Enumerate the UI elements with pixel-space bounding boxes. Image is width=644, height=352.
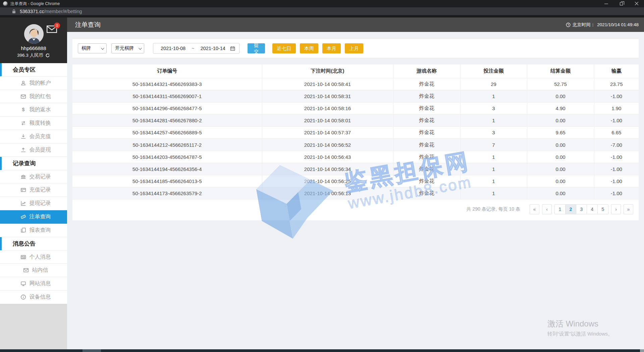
minimize-button[interactable] bbox=[599, 0, 614, 7]
win-loss-cell: -1.00 bbox=[594, 163, 639, 175]
sidebar-item-label: 会员充值 bbox=[30, 133, 51, 140]
sidebar-item-dollar[interactable]: $我的返水 bbox=[0, 103, 67, 117]
url-text[interactable]: 5363371.cc/member/#/betting bbox=[20, 9, 82, 14]
bet-time-cell: 2021-10-14 00:56:52 bbox=[262, 139, 393, 151]
quick-filter-button[interactable]: 上月 bbox=[345, 43, 363, 53]
dollar-icon: $ bbox=[20, 107, 26, 113]
sidebar-item-monitor[interactable]: 网站消息 bbox=[0, 277, 67, 291]
win-loss-cell: 1.90 bbox=[594, 102, 639, 114]
column-header: 输赢 bbox=[594, 64, 639, 78]
game-name-cell: 炸金花 bbox=[393, 139, 460, 151]
windows-activation-notice: 激活 Windows 转到“设置”以激活 Windows。 bbox=[547, 318, 613, 337]
game-name-cell: 炸金花 bbox=[393, 90, 460, 102]
order-id-cell: 50-1634144194-4566264356-4 bbox=[72, 163, 262, 175]
sidebar-item-withdraw[interactable]: 会员提现 bbox=[0, 143, 67, 157]
page-button-1[interactable]: 1 bbox=[554, 204, 566, 214]
date-range-input[interactable]: 2021-10-08 ~ 2021-10-14 bbox=[153, 43, 239, 54]
sidebar-item-label: 充值记录 bbox=[30, 186, 51, 193]
quick-filter-button[interactable]: 本月 bbox=[322, 43, 341, 53]
date-from-value: 2021-10-08 bbox=[161, 46, 185, 51]
clock-icon bbox=[566, 23, 571, 27]
prev-page-button[interactable]: ‹ bbox=[542, 204, 552, 214]
settle-amount-cell: 9.65 bbox=[527, 127, 594, 139]
section-label: 记录查询 bbox=[0, 160, 36, 167]
win-loss-cell: -1.00 bbox=[594, 115, 639, 127]
taskbar-strip bbox=[0, 349, 644, 352]
taskbar-segment bbox=[640, 349, 644, 352]
url-path: /member/#/betting bbox=[44, 9, 82, 14]
sidebar-item-redpacket[interactable]: 我的红包 bbox=[0, 90, 67, 103]
time-value: 2021/10/14 01:49:48 bbox=[597, 22, 639, 27]
table-row: 50-1634144173-4566263579-22021-10-14 00:… bbox=[72, 187, 639, 200]
url-bar[interactable]: 5363371.cc/member/#/betting bbox=[0, 7, 644, 15]
bet-amount-cell: 3 bbox=[460, 102, 527, 114]
page-button-3[interactable]: 3 bbox=[576, 204, 587, 214]
sidebar-item-card[interactable]: 充值记录 bbox=[0, 183, 67, 197]
sidebar-item-report[interactable]: 报表查询 bbox=[0, 224, 67, 237]
refresh-icon[interactable] bbox=[45, 53, 50, 58]
bet-time-cell: 2021-10-14 00:58:31 bbox=[262, 90, 393, 102]
table-header-row: 订单编号下注时间(北京)游戏名称投注金额结算金额输赢 bbox=[72, 64, 639, 78]
sidebar-item-user[interactable]: 我的帐户 bbox=[0, 77, 67, 90]
bet-amount-cell: 1 bbox=[460, 115, 527, 127]
lock-icon[interactable] bbox=[12, 9, 16, 14]
game-platform-select[interactable]: 开元棋牌 bbox=[111, 43, 144, 53]
withdraw-icon bbox=[20, 147, 26, 153]
mail-button[interactable]: 0 bbox=[47, 26, 57, 34]
page-number-group: 12345 bbox=[554, 204, 608, 214]
sidebar-item-label: 我的红包 bbox=[30, 93, 51, 100]
close-button[interactable] bbox=[629, 0, 644, 7]
username: hhp666888 bbox=[0, 45, 67, 51]
column-header: 游戏名称 bbox=[393, 64, 460, 78]
sidebar-item-mail[interactable]: 站内信 bbox=[0, 264, 67, 277]
sidebar-item-bank[interactable]: 交易记录 bbox=[0, 170, 67, 184]
sidebar-item-label: 报表查询 bbox=[30, 227, 51, 234]
section-accent-bar bbox=[0, 157, 2, 170]
sidebar-item-chart[interactable]: 提现记录 bbox=[0, 197, 67, 210]
balance: 396.3 人民币 bbox=[0, 52, 67, 58]
balance-value: 396.3 人民币 bbox=[17, 52, 43, 58]
first-page-button[interactable]: « bbox=[530, 204, 539, 214]
bet-amount-cell: 1 bbox=[460, 175, 527, 187]
sidebar-item-info[interactable]: 设备信息 bbox=[0, 291, 67, 304]
submit-button[interactable]: 提交 bbox=[248, 43, 265, 53]
sidebar-section-header: 记录查询 bbox=[0, 157, 67, 170]
game-name-cell: 炸金花 bbox=[393, 163, 460, 175]
sidebar-item-exchange[interactable]: 额度转换 bbox=[0, 117, 67, 130]
last-page-button[interactable]: » bbox=[624, 204, 633, 214]
table-row: 50-1634144321-4566269383-32021-10-14 00:… bbox=[72, 78, 639, 90]
restore-button[interactable] bbox=[614, 0, 629, 7]
sidebar-item-deposit[interactable]: 会员充值 bbox=[0, 130, 67, 143]
game-category-select[interactable]: 棋牌 bbox=[78, 43, 107, 53]
bet-amount-cell: 1 bbox=[460, 187, 527, 200]
table-row: 50-1634144194-4566264356-42021-10-14 00:… bbox=[72, 163, 639, 175]
order-id-cell: 50-1634144311-4566269007-1 bbox=[72, 90, 262, 102]
game-name-cell: 炸金花 bbox=[393, 187, 460, 200]
sidebar-menu: 会员专区我的帐户我的红包$我的返水额度转换会员充值会员提现记录查询交易记录充值记… bbox=[0, 63, 67, 304]
quick-filter-button[interactable]: 本周 bbox=[300, 43, 318, 53]
next-page-button[interactable]: › bbox=[611, 204, 621, 214]
game-name-cell: 炸金花 bbox=[393, 78, 460, 90]
page-button-4[interactable]: 4 bbox=[587, 204, 598, 214]
bank-icon bbox=[20, 174, 26, 180]
page-button-2[interactable]: 2 bbox=[565, 204, 576, 214]
table-row: 50-1634144296-4566268477-52021-10-14 00:… bbox=[72, 102, 639, 114]
betting-table: 订单编号下注时间(北京)游戏名称投注金额结算金额输赢 50-1634144321… bbox=[72, 64, 639, 200]
table-row: 50-1634144203-4566264787-52021-10-14 00:… bbox=[72, 151, 639, 163]
beijing-time: 北京时间： 2021/10/14 01:49:48 bbox=[566, 22, 639, 28]
taskbar-segment bbox=[83, 349, 101, 352]
bet-time-cell: 2021-10-14 00:56:34 bbox=[262, 163, 393, 175]
quick-filter-button[interactable]: 近七日 bbox=[272, 43, 296, 53]
sidebar-item-ticket[interactable]: 注单查询 bbox=[0, 210, 67, 224]
order-id-cell: 50-1634144296-4566268477-5 bbox=[72, 102, 262, 114]
table-row: 50-1634144257-4566266889-52021-10-14 00:… bbox=[72, 127, 639, 139]
redpacket-icon bbox=[20, 94, 26, 99]
page-button-5[interactable]: 5 bbox=[597, 204, 608, 214]
betting-table-card: 订单编号下注时间(北京)游戏名称投注金额结算金额输赢 50-1634144321… bbox=[72, 64, 639, 220]
sidebar-item-idcard[interactable]: 个人消息 bbox=[0, 251, 67, 264]
date-separator: ~ bbox=[192, 46, 194, 51]
game-name-cell: 炸金花 bbox=[393, 127, 460, 139]
settle-amount-cell: 0.00 bbox=[527, 90, 594, 102]
game-name-cell: 炸金花 bbox=[393, 115, 460, 127]
minimize-icon bbox=[604, 4, 608, 4]
